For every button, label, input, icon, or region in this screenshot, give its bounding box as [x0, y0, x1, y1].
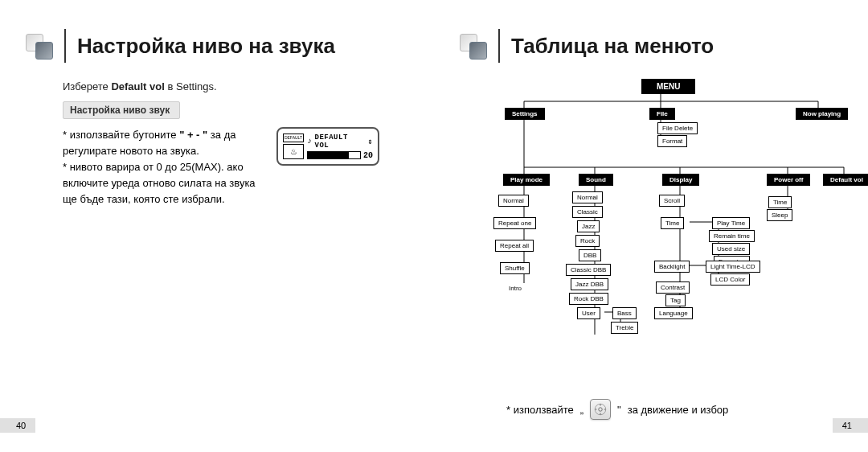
node-sound-rock: Rock [575, 235, 600, 247]
page-number-right: 41 [833, 418, 868, 433]
node-sound-rock-dbb: Rock DBB [569, 293, 608, 305]
lcd-title: DEFAULT VOL [315, 134, 366, 150]
footnote-quote-open: „ [580, 404, 583, 416]
footnote-quote-close: " [617, 404, 621, 416]
node-sound-classic: Classic [572, 206, 603, 218]
nav-pad-icon [590, 399, 611, 420]
page-title-right: Таблица на менюто [511, 34, 714, 59]
para1: * използвайте бутоните " + - " за да рег… [63, 127, 264, 159]
node-menu: MENU [641, 79, 695, 94]
node-poweroff-time: Time [768, 196, 792, 208]
node-sound-normal: Normal [572, 191, 603, 203]
node-pm-shuffle: Shuffle [500, 262, 530, 274]
section-label: Настройка ниво звук [63, 101, 180, 119]
instruction-pre: Изберете [63, 80, 108, 92]
node-pm-normal: Normal [498, 195, 529, 207]
node-power-off: Power off [767, 174, 810, 186]
svg-point-49 [599, 408, 603, 412]
left-page: Настройка ниво на звука Изберете Default… [0, 0, 434, 452]
node-display-backlight: Backlight [654, 261, 690, 273]
node-sound-jazz-dbb: Jazz DBB [571, 278, 608, 290]
heading-left: Настройка ниво на звука [24, 29, 409, 63]
node-now-playing: Now playing [796, 108, 848, 120]
lcd-note-icon: ♪ [307, 137, 313, 146]
footnote-pre: * използвайте [506, 404, 574, 416]
node-display: Display [662, 174, 699, 186]
lcd-badge: DEFAULT [283, 134, 304, 142]
lcd-screenshot: DEFAULT ♨ ♪ DEFAULT VOL ⇕ 20 [276, 127, 379, 166]
node-poweroff-sleep: Sleep [767, 209, 792, 221]
node-display-contrast: Contrast [656, 281, 690, 294]
node-pm-repeat-one: Repeat one [493, 217, 536, 229]
node-sound-jazz: Jazz [577, 220, 600, 232]
lcd-volume-bar [307, 151, 361, 159]
right-page: Таблица на менюто [434, 0, 868, 452]
heading-cubes-icon [458, 32, 490, 60]
node-bl-light-time: Light Time-LCD [706, 261, 760, 273]
page-number-left: 40 [0, 418, 35, 433]
node-play-mode: Play mode [503, 174, 550, 186]
node-time-play: Play Time [712, 217, 750, 229]
node-user-treble: Treble [611, 322, 638, 334]
node-bl-lcd-color: LCD Color [710, 273, 750, 286]
node-file-delete: File Delete [657, 122, 698, 134]
node-display-tag: Tag [665, 294, 686, 306]
node-sound-dbb: DBB [579, 249, 601, 261]
footnote: * използвайте „ " за движение и избор [506, 399, 728, 420]
node-user-bass: Bass [612, 307, 637, 319]
heading-divider [498, 29, 500, 63]
para2: * нивото варира от 0 до 25(MAX). ако вкл… [63, 159, 264, 208]
node-pm-repeat-all: Repeat all [495, 240, 534, 252]
instruction-post: в Settings. [167, 80, 216, 92]
lcd-main: ♪ DEFAULT VOL ⇕ 20 [307, 134, 373, 159]
node-time-used: Used size [712, 243, 750, 255]
node-time-remain: Remain time [709, 230, 755, 242]
node-pm-intro: Intro [505, 283, 526, 294]
node-settings: Settings [505, 108, 545, 120]
lcd-left-icons: DEFAULT ♨ [283, 134, 304, 159]
lcd-value: 20 [363, 151, 373, 160]
node-display-time: Time [661, 217, 684, 229]
paragraph-block: * използвайте бутоните " + - " за да рег… [63, 127, 264, 208]
heading-divider [64, 29, 66, 63]
node-display-language: Language [654, 307, 693, 319]
node-default-vol: Default vol [823, 174, 868, 186]
lcd-updown-icon: ⇕ [367, 137, 373, 146]
instruction-bold: Default vol [111, 80, 164, 92]
heading-cubes-icon [24, 32, 56, 60]
page-title-left: Настройка ниво на звука [77, 34, 335, 59]
heading-right: Таблица на менюто [458, 29, 844, 63]
node-file: File [649, 108, 675, 120]
node-sound: Sound [579, 174, 613, 186]
node-display-scroll: Scroll [659, 195, 685, 207]
lcd-speaker-icon: ♨ [283, 144, 304, 159]
node-sound-classic-dbb: Classic DBB [566, 264, 611, 276]
footnote-post: за движение и избор [628, 404, 729, 416]
instruction-line: Изберете Default vol в Settings. [24, 79, 409, 95]
node-sound-user: User [577, 307, 600, 319]
node-format: Format [657, 135, 687, 147]
